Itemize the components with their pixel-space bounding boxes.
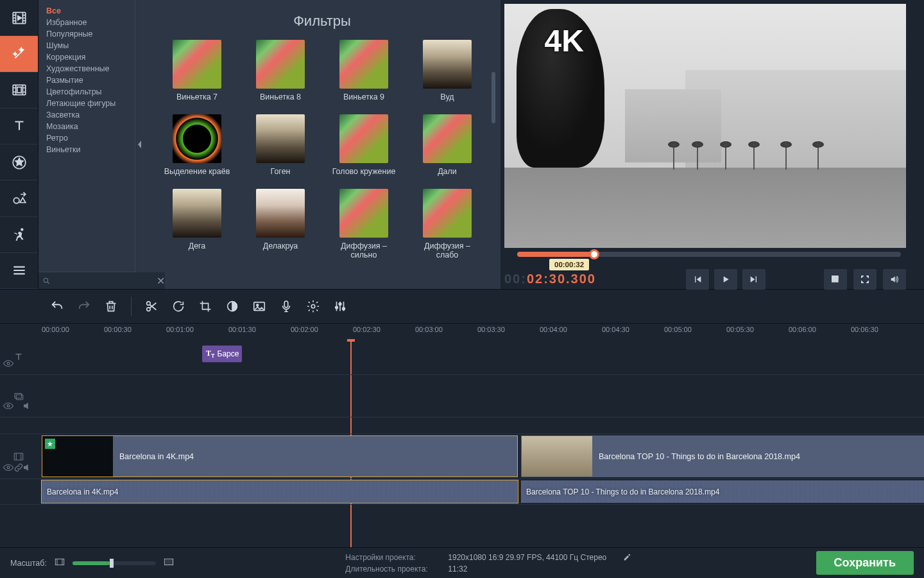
category-item[interactable]: Засветка (38, 109, 135, 121)
tool-shapes[interactable] (0, 180, 38, 216)
speaker-icon[interactable] (22, 462, 33, 476)
clip-label: Barcelona in 4K.mp4 (119, 452, 194, 461)
ruler-tick: 00:05:00 (664, 326, 692, 333)
speaker-icon[interactable] (22, 400, 33, 414)
equalizer-button[interactable] (328, 294, 352, 319)
audio-clip[interactable]: Barcelona in 4K.mp4 (42, 480, 518, 503)
category-item[interactable]: Виньетки (38, 144, 135, 155)
ruler-tick: 00:04:30 (602, 326, 629, 333)
filter-label: Дали (413, 167, 481, 186)
save-button[interactable]: Сохранить (816, 551, 914, 575)
svg-point-4 (21, 228, 23, 231)
category-item[interactable]: Шумы (38, 40, 135, 51)
prev-button[interactable] (686, 269, 709, 290)
eye-icon[interactable] (3, 400, 14, 414)
tool-transitions[interactable] (0, 73, 38, 109)
filter-card[interactable]: Виньетка 9 (330, 40, 398, 112)
title-track[interactable]: TT Барсе (0, 339, 924, 375)
preview-viewport[interactable]: 4K (504, 4, 906, 248)
category-item[interactable]: Ретро (38, 132, 135, 144)
filter-card[interactable]: Голово кружение (330, 114, 398, 186)
video-clip[interactable]: Barcelona TOP 10 - Things to do in Barce… (521, 435, 924, 477)
audio-clip[interactable]: Barcelona TOP 10 - Things to do in Barce… (521, 480, 924, 503)
categories-sidebar: ВсеИзбранноеПопулярныеШумыКоррекцияХудож… (38, 0, 135, 289)
ruler-tick: 00:04:00 (540, 326, 567, 333)
video-clip[interactable]: ★Barcelona in 4K.mp4 (42, 435, 518, 477)
collapse-categories[interactable] (135, 0, 144, 289)
audio-track[interactable]: Barcelona in 4K.mp4Barcelona TOP 10 - Th… (0, 479, 924, 505)
tool-filters[interactable] (0, 36, 38, 72)
zoom-in-icon[interactable] (164, 558, 174, 568)
ruler-tick: 00:03:30 (477, 326, 505, 333)
color-button[interactable] (220, 294, 244, 319)
scale-label: Масштаб: (10, 559, 47, 568)
fullscreen-button[interactable] (853, 269, 877, 290)
filter-card[interactable]: Гоген (246, 114, 314, 186)
tool-motion[interactable] (0, 217, 38, 253)
crop-button[interactable] (193, 294, 218, 319)
filter-label: Диффузия – слабо (413, 241, 481, 261)
ruler-tick: 00:05:30 (726, 326, 754, 333)
clip-label: Barcelona TOP 10 - Things to do in Barce… (599, 452, 800, 461)
tool-list[interactable] (0, 253, 38, 289)
rotate-button[interactable] (166, 294, 191, 319)
category-item[interactable]: Все (38, 5, 135, 17)
image-button[interactable] (247, 294, 271, 319)
settings-button[interactable] (301, 294, 325, 319)
overlay-track-head (0, 375, 37, 417)
tool-titles[interactable] (0, 109, 38, 144)
filter-card[interactable]: Выделение краёв (163, 114, 231, 186)
play-button[interactable] (714, 269, 737, 290)
volume-button[interactable] (883, 269, 906, 290)
detach-button[interactable] (824, 269, 847, 290)
tool-stickers[interactable] (0, 144, 38, 180)
category-item[interactable]: Коррекция (38, 51, 135, 63)
category-item[interactable]: Мозаика (38, 121, 135, 132)
zoom-slider[interactable] (73, 561, 156, 565)
star-icon: ★ (45, 439, 55, 449)
zoom-out-icon[interactable] (55, 558, 65, 568)
filter-card[interactable]: Диффузия – слабо (413, 189, 481, 261)
mic-button[interactable] (274, 294, 298, 319)
redo-button[interactable] (72, 294, 96, 319)
ruler-tick: 00:01:30 (228, 326, 256, 333)
filter-card[interactable]: Делакруа (246, 189, 314, 261)
duration-value: 11:32 (448, 565, 467, 574)
category-item[interactable]: Цветофильтры (38, 86, 135, 98)
filter-card[interactable]: Виньетка 8 (246, 40, 314, 112)
filter-label: Виньетка 8 (246, 92, 314, 112)
video-track[interactable]: ★Barcelona in 4K.mp4Barcelona TOP 10 - T… (0, 434, 924, 479)
filter-card[interactable]: Дега (163, 189, 231, 261)
filter-label: Голово кружение (330, 167, 398, 186)
filter-card[interactable]: Виньетка 7 (163, 40, 231, 112)
panel-title: Фильтры (144, 0, 501, 33)
category-item[interactable]: Избранное (38, 17, 135, 28)
filter-label: Гоген (246, 167, 314, 186)
category-item[interactable]: Художественные (38, 63, 135, 74)
overlay-track[interactable] (0, 375, 924, 417)
search-input[interactable] (38, 272, 157, 289)
filter-card[interactable]: Вуд (413, 40, 481, 112)
filter-card[interactable]: Диффузия – сильно (330, 189, 398, 261)
tool-media[interactable] (0, 0, 38, 36)
filters-scrollbar[interactable] (492, 72, 495, 123)
eye-icon[interactable] (3, 358, 14, 372)
filters-panel: Фильтры Виньетка 7Виньетка 8Виньетка 9Ву… (144, 0, 501, 289)
svg-rect-23 (55, 559, 64, 565)
filter-card[interactable]: Дали (413, 114, 481, 186)
delete-button[interactable] (99, 294, 123, 319)
split-button[interactable] (139, 294, 164, 319)
undo-button[interactable] (45, 294, 69, 319)
edit-toolbar (0, 289, 924, 324)
edit-settings-icon[interactable] (623, 553, 631, 563)
title-clip[interactable]: TT Барсе (202, 346, 242, 362)
filter-label: Виньетка 7 (163, 92, 231, 112)
category-item[interactable]: Летающие фигуры (38, 98, 135, 109)
svg-point-13 (311, 304, 315, 308)
filter-label: Диффузия – сильно (330, 241, 398, 261)
time-ruler[interactable]: 00:00:0000:00:3000:01:0000:01:3000:02:00… (0, 324, 924, 339)
next-button[interactable] (742, 269, 766, 290)
filter-label: Дега (163, 241, 231, 261)
category-item[interactable]: Популярные (38, 28, 135, 40)
category-item[interactable]: Размытие (38, 74, 135, 86)
